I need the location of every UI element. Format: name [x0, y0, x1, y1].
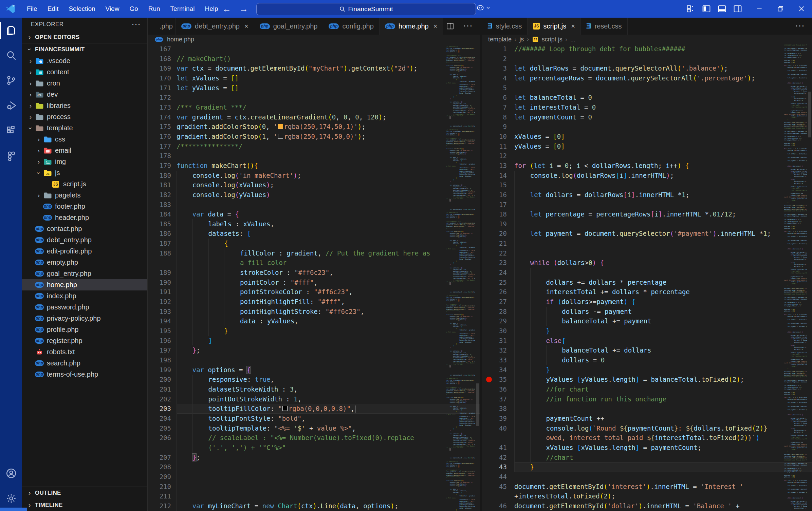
tree-item-process[interactable]: ›process: [22, 111, 147, 122]
tab-style.css[interactable]: Ǝstyle.css: [482, 18, 528, 35]
split-editor-button[interactable]: [446, 22, 454, 30]
tab-debt_entry.php[interactable]: phpdebt_entry.php×: [176, 18, 254, 35]
tree-item-edit-profile.php[interactable]: phpedit-profile.php: [22, 246, 147, 257]
tab-.php[interactable]: .php: [148, 18, 176, 35]
account-icon[interactable]: [0, 461, 22, 486]
tree-item-js[interactable]: ›JSjs: [22, 167, 147, 178]
minimize-button[interactable]: [749, 0, 770, 18]
settings-icon[interactable]: [0, 486, 22, 511]
code-editor[interactable]: 167168// makeChart()169var ctx = documen…: [148, 44, 480, 511]
more-button[interactable]: ···: [796, 22, 805, 30]
menu-terminal[interactable]: Terminal: [165, 0, 200, 18]
scrollbar-slider[interactable]: [476, 383, 479, 426]
tab-goal_entry.php[interactable]: phpgoal_entry.php: [254, 18, 324, 35]
scrollbar-slider[interactable]: [808, 92, 811, 137]
tree-item-debt_entry.php[interactable]: phpdebt_entry.php: [22, 234, 147, 246]
code-line: 14console.log(dollarRows[i].innerHTML);: [482, 171, 812, 181]
tree-item-robots.txt[interactable]: robots.txt: [22, 346, 147, 358]
extensions-icon[interactable]: [0, 118, 22, 143]
tree-item-terms-of-use.php[interactable]: phpterms-of-use.php: [22, 369, 147, 380]
tree-item-header.php[interactable]: phpheader.php: [22, 212, 147, 223]
section-outline[interactable]: › OUTLINE: [22, 487, 147, 499]
tree-item-search.php[interactable]: phpsearch.php: [22, 358, 147, 369]
command-center-search[interactable]: FinanceSummit: [256, 3, 476, 15]
color-swatch: [278, 134, 283, 139]
close-icon[interactable]: ×: [244, 22, 248, 30]
indent-guide: [177, 307, 192, 317]
forward-arrow-icon[interactable]: →: [239, 4, 248, 14]
tree-item-privacy-policy.php[interactable]: phpprivacy-policy.php: [22, 313, 147, 324]
section-open-editors[interactable]: › OPEN EDITORS: [22, 31, 147, 43]
tree-item-profile.php[interactable]: phpprofile.php: [22, 324, 147, 335]
tree-item-dev[interactable]: ›</>dev: [22, 89, 147, 100]
php-file-icon: php: [329, 23, 339, 29]
tree-item-template[interactable]: ›template: [22, 122, 147, 134]
tab-script.js[interactable]: JSscript.js×: [528, 18, 580, 35]
tab-config.php[interactable]: phpconfig.php: [323, 18, 379, 35]
tab-reset.css[interactable]: Ǝreset.css: [581, 18, 628, 35]
menu-selection[interactable]: Selection: [63, 0, 100, 18]
explorer-icon[interactable]: [0, 18, 22, 43]
tab-home.php[interactable]: phphome.php×: [380, 18, 443, 35]
menu-go[interactable]: Go: [124, 0, 143, 18]
section-workspace-root[interactable]: › FINANCESUMMIT: [22, 43, 147, 55]
tree-item-cron[interactable]: ›cron: [22, 78, 147, 89]
code-editor[interactable]: 1//###### Loop through debt for bubbles#…: [482, 44, 812, 511]
tree-item-footer.php[interactable]: phpfooter.php: [22, 201, 147, 212]
menu-help[interactable]: Help: [200, 0, 223, 18]
close-icon[interactable]: ×: [433, 22, 438, 30]
line-number: 33: [482, 355, 514, 365]
tree-item-contact.php[interactable]: phpcontact.php: [22, 223, 147, 234]
customize-layout-button[interactable]: [686, 4, 695, 13]
run-debug-icon[interactable]: [0, 93, 22, 118]
indent-guide: [177, 209, 192, 219]
tree-item-script.js[interactable]: JSscript.js: [22, 178, 147, 190]
tree-item-home.php[interactable]: phphome.php: [22, 279, 147, 290]
tree-item-css[interactable]: ›css: [22, 134, 147, 145]
tree-item-empty.php[interactable]: phpempty.php: [22, 257, 147, 268]
php-file-icon: php: [35, 372, 44, 377]
toggle-secondary-sidebar-button[interactable]: [733, 4, 742, 13]
code-line: 191pointStrokeColor : "#ff6c23",: [148, 287, 480, 297]
toggle-panel-button[interactable]: [718, 4, 726, 13]
tree-item-img[interactable]: ›img: [22, 156, 147, 167]
minimap[interactable]: // makeChart()var ctx = document.getElem…: [446, 44, 475, 511]
menu-run[interactable]: Run: [143, 0, 165, 18]
indent-guide: [530, 453, 546, 462]
breadcrumb[interactable]: template›js›JSscript.js›...: [482, 35, 812, 44]
tree-item-.vscode[interactable]: ›.vscode: [22, 55, 147, 67]
copilot-button[interactable]: [476, 3, 490, 12]
tree-item-email[interactable]: ›email: [22, 145, 147, 156]
indent-guide: [208, 316, 224, 326]
folder-lib-icon: [35, 102, 43, 110]
restore-button[interactable]: [770, 0, 791, 18]
back-arrow-icon[interactable]: ←: [222, 4, 231, 14]
php-file-icon: php: [43, 204, 52, 209]
close-button[interactable]: [791, 0, 812, 18]
tree-item-label: robots.txt: [47, 348, 75, 356]
extension-extra-icon[interactable]: [0, 143, 22, 168]
tree-item-register.php[interactable]: phpregister.php: [22, 335, 147, 346]
toggle-sidebar-button[interactable]: [702, 4, 711, 13]
breadcrumb[interactable]: phphome.php: [148, 35, 480, 44]
minimap[interactable]: //###### Loop through debt for bubbles##…: [784, 44, 807, 511]
remote-status-indicator[interactable]: [0, 508, 27, 511]
tree-item-index.php[interactable]: phpindex.php: [22, 290, 147, 302]
code-line: 171let yValues = []: [148, 83, 480, 93]
search-icon[interactable]: [0, 43, 22, 68]
section-timeline[interactable]: › TIMELINE: [22, 499, 147, 511]
source-control-icon[interactable]: [0, 68, 22, 93]
menu-view[interactable]: View: [100, 0, 125, 18]
tree-item-password.php[interactable]: phppassword.php: [22, 302, 147, 313]
tree-item-pagelets[interactable]: ›pagelets: [22, 190, 147, 201]
close-icon[interactable]: ×: [571, 22, 575, 30]
menu-edit[interactable]: Edit: [42, 0, 64, 18]
menu-file[interactable]: File: [22, 0, 42, 18]
tree-item-goal_entry.php[interactable]: phpgoal_entry.php: [22, 268, 147, 279]
tree-item-libraries[interactable]: ›libraries: [22, 100, 147, 111]
more-actions-icon[interactable]: ···: [132, 21, 141, 28]
more-button[interactable]: ···: [464, 22, 473, 30]
file-tree: ›.vscode›content›cron›</>dev›libraries›p…: [22, 55, 147, 380]
tree-item-content[interactable]: ›content: [22, 67, 147, 78]
line-number: 32: [482, 345, 514, 355]
